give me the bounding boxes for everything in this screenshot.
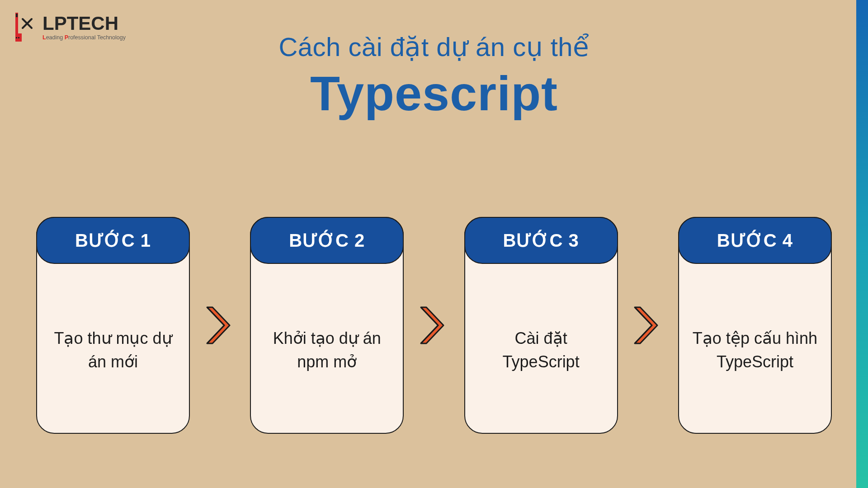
- step-badge: BƯỚC 1: [36, 217, 190, 264]
- step-badge: BƯỚC 4: [678, 217, 832, 264]
- logo-text-main: LPTECH: [42, 14, 126, 33]
- step-desc: Tạo thư mục dự án mới: [50, 327, 176, 374]
- title-line-1: Cách cài đặt dự án cụ thể: [0, 32, 868, 62]
- step-card-2: BƯỚC 2 Khởi tạo dự án npm mở: [250, 217, 404, 434]
- chevron-right-icon: [418, 304, 450, 347]
- title-line-2: Typescript: [0, 65, 868, 122]
- step-badge: BƯỚC 3: [464, 217, 618, 264]
- step-card-1: BƯỚC 1 Tạo thư mục dự án mới: [36, 217, 190, 434]
- svg-rect-0: [16, 14, 18, 17]
- step-desc: Cài đặt TypeScript: [478, 327, 604, 374]
- step-badge: BƯỚC 2: [250, 217, 404, 264]
- page-heading: Cách cài đặt dự án cụ thể Typescript: [0, 32, 868, 122]
- steps-row: BƯỚC 1 Tạo thư mục dự án mới BƯỚC 2 Khởi…: [36, 217, 832, 434]
- step-desc: Khởi tạo dự án npm mở: [264, 327, 390, 374]
- step-desc: Tạo tệp cấu hình TypeScript: [692, 327, 818, 374]
- step-card-3: BƯỚC 3 Cài đặt TypeScript: [464, 217, 618, 434]
- chevron-right-icon: [632, 304, 664, 347]
- chevron-right-icon: [204, 304, 236, 347]
- step-card-4: BƯỚC 4 Tạo tệp cấu hình TypeScript: [678, 217, 832, 434]
